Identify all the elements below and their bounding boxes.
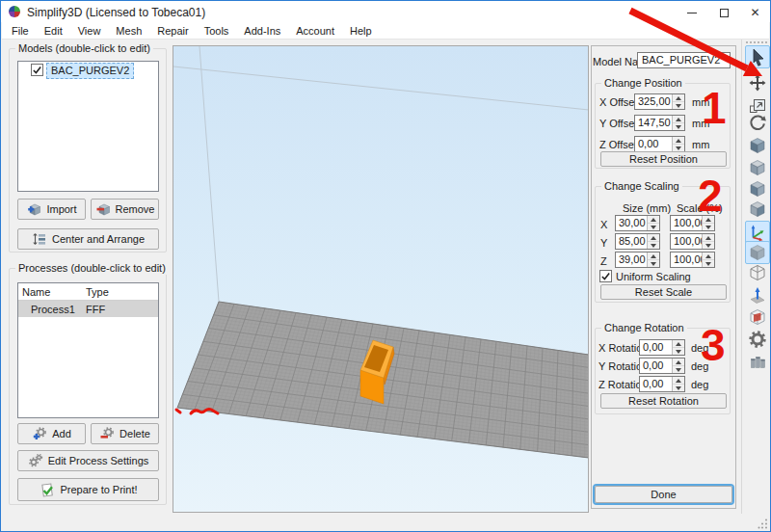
size-x-value[interactable]: 30,00 (616, 216, 647, 230)
menu-account[interactable]: Account (288, 22, 342, 40)
spin-down[interactable] (673, 348, 684, 355)
spin-up[interactable] (673, 94, 684, 102)
model-name-input[interactable]: BAC_PURGEV2 (637, 52, 731, 68)
select-tool[interactable] (745, 45, 770, 68)
menu-bar: File Edit View Mesh Repair Tools Add-Ins… (2, 22, 769, 40)
spin-down[interactable] (703, 224, 714, 230)
scale-z-spinbox[interactable]: 100,00 (670, 252, 715, 268)
menu-file[interactable]: File (4, 22, 37, 40)
translate-tool[interactable] (745, 71, 770, 94)
wireframe-view-cube[interactable] (745, 261, 770, 284)
z-rotation-value[interactable]: 0,00 (640, 377, 672, 391)
x-offset-value[interactable]: 325,00 (635, 94, 672, 109)
scale-y-value[interactable]: 100,00 (671, 234, 702, 249)
remove-button-label: Remove (116, 203, 155, 215)
machine-settings-gear[interactable] (745, 328, 770, 351)
rotate-tool[interactable] (745, 111, 770, 134)
delete-process-button[interactable]: Delete (91, 423, 159, 444)
spin-down[interactable] (673, 145, 684, 151)
menu-repair[interactable]: Repair (149, 22, 196, 40)
cross-section-view[interactable] (745, 306, 770, 329)
size-x-spinbox[interactable]: 30,00 (615, 215, 660, 231)
window-resize-grip[interactable] (758, 519, 768, 529)
spin-up[interactable] (648, 216, 659, 224)
model-visibility-checkbox[interactable] (31, 64, 43, 76)
spin-down[interactable] (648, 260, 659, 267)
size-z-spinbox[interactable]: 39,00 (615, 252, 660, 268)
menu-mesh[interactable]: Mesh (108, 22, 149, 40)
scale-x-spinbox[interactable]: 100,00 (670, 215, 715, 231)
spin-up[interactable] (673, 359, 684, 366)
size-z-value[interactable]: 39,00 (616, 253, 647, 267)
z-rotation-spinbox[interactable]: 0,00 (639, 376, 685, 392)
done-button[interactable]: Done (595, 486, 732, 503)
spin-down[interactable] (673, 385, 684, 391)
spin-up[interactable] (673, 137, 684, 145)
x-rotation-spinbox[interactable]: 0,00 (639, 339, 685, 356)
minimize-button[interactable] (675, 1, 708, 24)
view-default-cube[interactable] (745, 134, 770, 157)
z-offset-value[interactable]: 0,00 (635, 137, 672, 151)
menu-view[interactable]: View (70, 22, 109, 40)
scale-z-value[interactable]: 100,00 (671, 253, 702, 267)
models-list[interactable]: BAC_PURGEV2 (17, 61, 159, 192)
spin-up[interactable] (648, 253, 659, 260)
y-offset-spinbox[interactable]: 147,50 (634, 115, 685, 131)
size-y-value[interactable]: 85,00 (616, 234, 647, 249)
uniform-scaling-label[interactable]: Uniform Scaling (616, 271, 691, 283)
3d-viewport[interactable] (173, 45, 589, 513)
prepare-to-print-button[interactable]: Prepare to Print! (17, 478, 159, 501)
spin-up[interactable] (648, 234, 659, 242)
table-row[interactable]: Process1 FFF (18, 301, 158, 317)
menu-edit[interactable]: Edit (37, 22, 70, 40)
spin-down[interactable] (673, 123, 684, 130)
menu-help[interactable]: Help (342, 22, 380, 40)
spin-down[interactable] (673, 102, 684, 109)
model-item-label[interactable]: BAC_PURGEV2 (46, 63, 134, 79)
column-name[interactable]: Name (22, 286, 50, 298)
spin-up[interactable] (703, 216, 714, 224)
support-structures[interactable] (745, 350, 770, 373)
menu-addins[interactable]: Add-Ins (236, 22, 288, 40)
spin-up[interactable] (673, 377, 684, 385)
add-button-label: Add (52, 428, 71, 439)
x-offset-spinbox[interactable]: 325,00 (634, 93, 685, 110)
edit-process-settings-button[interactable]: Edit Process Settings (17, 450, 159, 471)
column-type[interactable]: Type (86, 286, 109, 298)
reset-rotation-button[interactable]: Reset Rotation (600, 393, 727, 409)
spin-down[interactable] (648, 224, 659, 230)
surface-normal-view[interactable] (745, 283, 770, 306)
spin-down[interactable] (703, 242, 714, 249)
center-and-arrange-button[interactable]: Center and Arrange (17, 228, 159, 250)
spin-up[interactable] (673, 116, 684, 123)
toolbar-drag-handle[interactable] (746, 41, 767, 43)
reset-position-button[interactable]: Reset Position (600, 151, 727, 167)
spin-down[interactable] (648, 242, 659, 249)
add-process-button[interactable]: Add (17, 423, 86, 444)
y-rotation-value[interactable]: 0,00 (640, 359, 672, 373)
x-rotation-value[interactable]: 0,00 (640, 340, 672, 355)
spin-up[interactable] (673, 340, 684, 348)
view-side-cube[interactable] (745, 198, 770, 221)
processes-table[interactable]: Name Type Process1 FFF (17, 282, 159, 418)
size-y-spinbox[interactable]: 85,00 (615, 233, 660, 250)
y-rotation-spinbox[interactable]: 0,00 (639, 358, 685, 374)
import-button[interactable]: Import (17, 199, 86, 220)
y-offset-value[interactable]: 147,50 (635, 116, 672, 130)
reset-scale-button[interactable]: Reset Scale (600, 284, 727, 300)
remove-button[interactable]: Remove (91, 199, 159, 220)
view-top-cube[interactable] (745, 156, 770, 179)
spin-down[interactable] (673, 366, 684, 373)
menu-tools[interactable]: Tools (197, 22, 237, 40)
scale-y-spinbox[interactable]: 100,00 (670, 233, 715, 250)
scale-x-value[interactable]: 100,00 (671, 216, 702, 230)
spin-down[interactable] (703, 260, 714, 267)
z-offset-spinbox[interactable]: 0,00 (634, 136, 685, 152)
spin-up[interactable] (703, 253, 714, 260)
spin-up[interactable] (703, 234, 714, 242)
list-item[interactable]: BAC_PURGEV2 (18, 62, 158, 79)
close-button[interactable]: ✕ (738, 1, 771, 24)
maximize-icon (720, 9, 729, 17)
maximize-button[interactable] (707, 1, 741, 24)
uniform-scaling-checkbox[interactable] (599, 270, 612, 282)
